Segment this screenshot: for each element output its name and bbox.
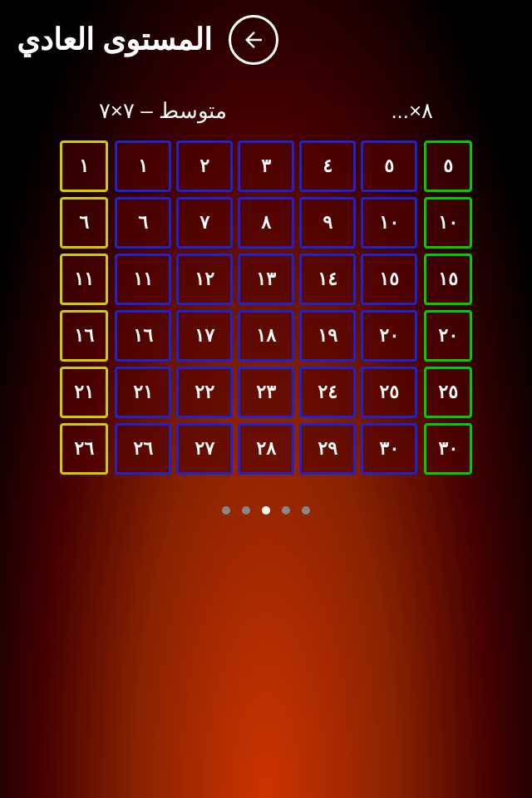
cell-5[interactable]: ٥ — [361, 140, 417, 192]
cell-14[interactable]: ١٤ — [299, 254, 356, 305]
cell-16[interactable]: ١٦ — [115, 310, 171, 362]
cell-13[interactable]: ١٣ — [238, 254, 294, 305]
sidebar-left-cell-2[interactable]: ١٠ — [424, 197, 472, 249]
cell-29[interactable]: ٢٩ — [299, 423, 356, 475]
sidebar-right-cell-4[interactable]: ١٦ — [60, 310, 108, 362]
cell-24[interactable]: ٢٤ — [299, 367, 356, 418]
sidebar-left-cell-3[interactable]: ١٥ — [424, 254, 472, 305]
cell-19[interactable]: ١٩ — [299, 310, 356, 362]
grid-row-5: ٢١ ٢٢ ٢٣ ٢٤ ٢٥ — [115, 367, 417, 418]
cell-18[interactable]: ١٨ — [238, 310, 294, 362]
grid-row-4: ١٦ ١٧ ١٨ ١٩ ٢٠ — [115, 310, 417, 362]
sidebar-left-cell-5[interactable]: ٢٥ — [424, 367, 472, 418]
cell-22[interactable]: ٢٢ — [176, 367, 233, 418]
subtitle-row: ٨×... متوسط – ٧×٧ — [0, 73, 532, 132]
subtitle-left: متوسط – ٧×٧ — [99, 98, 227, 124]
cell-21[interactable]: ٢١ — [115, 367, 171, 418]
subtitle-right: ٨×... — [391, 98, 433, 124]
sidebar-left-cell-6[interactable]: ٣٠ — [424, 423, 472, 475]
cell-26[interactable]: ٢٦ — [115, 423, 171, 475]
cell-9[interactable]: ٩ — [299, 197, 356, 249]
sidebar-left-cell-1[interactable]: ٥ — [424, 140, 472, 192]
sidebar-right-cell-5[interactable]: ٢١ — [60, 367, 108, 418]
dot-1[interactable] — [222, 506, 230, 515]
sidebar-right-cell-3[interactable]: ١١ — [60, 254, 108, 305]
sidebar-right-cell-6[interactable]: ٢٦ — [60, 423, 108, 475]
cell-30[interactable]: ٣٠ — [361, 423, 417, 475]
cell-17[interactable]: ١٧ — [176, 310, 233, 362]
cell-1[interactable]: ١ — [115, 140, 171, 192]
main-content: المستوى العادي ٨×... متوسط – ٧×٧ ١ ٦ ١١ … — [0, 0, 532, 798]
sidebar-right-cell-1[interactable]: ١ — [60, 140, 108, 192]
pagination — [0, 483, 532, 523]
cell-6[interactable]: ٦ — [115, 197, 171, 249]
dot-5[interactable] — [302, 506, 310, 515]
sidebar-right-cell-2[interactable]: ٦ — [60, 197, 108, 249]
back-button[interactable] — [229, 15, 278, 65]
cell-23[interactable]: ٢٣ — [238, 367, 294, 418]
page-title: المستوى العادي — [17, 22, 212, 57]
cell-28[interactable]: ٢٨ — [238, 423, 294, 475]
dot-3-active[interactable] — [262, 506, 270, 515]
grid-row-1: ١ ٢ ٣ ٤ ٥ — [115, 140, 417, 192]
cell-10[interactable]: ١٠ — [361, 197, 417, 249]
cell-7[interactable]: ٧ — [176, 197, 233, 249]
grid-row-2: ٦ ٧ ٨ ٩ ١٠ — [115, 197, 417, 249]
cell-20[interactable]: ٢٠ — [361, 310, 417, 362]
header: المستوى العادي — [0, 0, 532, 73]
back-icon — [241, 27, 266, 52]
cell-2[interactable]: ٢ — [176, 140, 233, 192]
cell-4[interactable]: ٤ — [299, 140, 356, 192]
cell-15[interactable]: ١٥ — [361, 254, 417, 305]
cell-3[interactable]: ٣ — [238, 140, 294, 192]
dot-4[interactable] — [282, 506, 290, 515]
cell-25[interactable]: ٢٥ — [361, 367, 417, 418]
cell-8[interactable]: ٨ — [238, 197, 294, 249]
sidebar-right: ١ ٦ ١١ ١٦ ٢١ ٢٦ — [60, 140, 108, 475]
center-grid: ١ ٢ ٣ ٤ ٥ ٦ ٧ ٨ ٩ ١٠ ١١ ١٢ ١٣ ١٤ ١٥ — [115, 140, 417, 475]
grid-area: ١ ٦ ١١ ١٦ ٢١ ٢٦ ١ ٢ ٣ ٤ ٥ ٦ ٧ ٨ ٩ ١٠ — [0, 132, 532, 483]
grid-row-3: ١١ ١٢ ١٣ ١٤ ١٥ — [115, 254, 417, 305]
cell-12[interactable]: ١٢ — [176, 254, 233, 305]
dot-2[interactable] — [242, 506, 250, 515]
grid-row-6: ٢٦ ٢٧ ٢٨ ٢٩ ٣٠ — [115, 423, 417, 475]
sidebar-left: ٥ ١٠ ١٥ ٢٠ ٢٥ ٣٠ — [424, 140, 472, 475]
sidebar-left-cell-4[interactable]: ٢٠ — [424, 310, 472, 362]
cell-11[interactable]: ١١ — [115, 254, 171, 305]
cell-27[interactable]: ٢٧ — [176, 423, 233, 475]
